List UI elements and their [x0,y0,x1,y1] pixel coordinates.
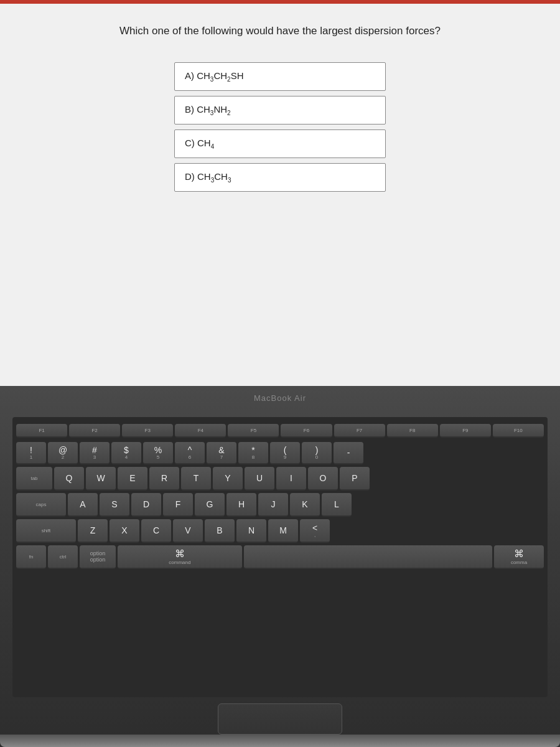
key-e[interactable]: E [118,467,147,491]
key-fn[interactable]: fn [16,545,46,569]
keyboard-area: F1 F2 F3 F4 F5 F6 F7 F8 F9 F10 !1 @2 #3 … [12,417,548,697]
key-r[interactable]: R [149,467,179,491]
key-w[interactable]: W [86,467,116,491]
key-f4[interactable]: F4 [175,424,226,438]
key-s[interactable]: S [100,493,129,517]
key-backtick[interactable]: !1 [16,442,46,464]
key-n[interactable]: N [236,519,266,543]
key-2[interactable]: @2 [48,442,78,464]
key-0[interactable]: )0 [302,442,332,464]
key-v[interactable]: V [173,519,203,543]
key-m[interactable]: M [268,519,298,543]
key-tab[interactable]: tab [16,467,52,491]
key-y[interactable]: Y [213,467,243,491]
option-b[interactable]: B) CH3NH2 [174,96,386,125]
key-shift-left[interactable]: shift [16,519,76,543]
key-f6[interactable]: F6 [281,424,332,438]
key-f1[interactable]: F1 [16,424,67,438]
key-t[interactable]: T [181,467,211,491]
asdf-row: caps A S D F G H J K L [16,493,544,517]
key-l[interactable]: L [322,493,352,517]
key-h[interactable]: H [226,493,256,517]
key-g[interactable]: G [195,493,225,517]
key-f2[interactable]: F2 [69,424,120,438]
key-5[interactable]: %5 [143,442,173,464]
question-text: Which one of the following would have th… [119,25,441,37]
red-bar [0,0,560,4]
key-f8[interactable]: F8 [387,424,438,438]
key-a[interactable]: A [68,493,98,517]
key-caps[interactable]: caps [16,493,66,517]
option-d[interactable]: D) CH3CH3 [174,163,386,192]
option-a[interactable]: A) CH3CH2SH [174,62,386,91]
key-c[interactable]: C [141,519,171,543]
key-8[interactable]: *8 [238,442,268,464]
key-f3[interactable]: F3 [122,424,173,438]
key-f9[interactable]: F9 [440,424,491,438]
key-f10[interactable]: F10 [493,424,544,438]
laptop-bottom-bar [0,735,560,747]
key-7[interactable]: &7 [207,442,236,464]
fn-key-row: F1 F2 F3 F4 F5 F6 F7 F8 F9 F10 [16,422,544,439]
key-3[interactable]: #3 [80,442,110,464]
key-o[interactable]: O [308,467,338,491]
key-command-right[interactable]: ⌘ comma [494,545,544,569]
key-4[interactable]: $4 [111,442,141,464]
key-command-left[interactable]: ⌘ command [118,545,242,569]
key-z[interactable]: Z [78,519,108,543]
num-key-row: !1 @2 #3 $4 %5 ^6 &7 *8 (9 )0 - [16,442,544,464]
key-b[interactable]: B [205,519,235,543]
qwerty-row: tab Q W E R T Y U I O P [16,467,544,491]
bottom-row: fn ctrl option option ⌘ command ⌘ comma [16,545,544,569]
laptop-screen: Which one of the following would have th… [0,0,560,386]
key-option[interactable]: option option [80,545,116,569]
key-p[interactable]: P [340,467,370,491]
key-x[interactable]: X [110,519,139,543]
trackpad[interactable] [218,703,342,735]
key-q[interactable]: Q [54,467,84,491]
key-k[interactable]: K [290,493,320,517]
key-6[interactable]: ^6 [175,442,205,464]
key-space[interactable] [244,545,492,569]
macbook-label: MacBook Air [254,393,306,403]
laptop-body: MacBook Air F1 F2 F3 F4 F5 F6 F7 F8 F9 F… [0,386,560,747]
answer-options: A) CH3CH2SH B) CH3NH2 C) CH4 D) CH3CH3 [174,62,386,192]
key-i[interactable]: I [276,467,306,491]
key-f7[interactable]: F7 [334,424,385,438]
key-d[interactable]: D [131,493,161,517]
key-j[interactable]: J [258,493,288,517]
option-c[interactable]: C) CH4 [174,129,386,158]
key-comma[interactable]: <, [300,519,330,543]
zxcv-row: shift Z X C V B N M <, [16,519,544,543]
key-f[interactable]: F [163,493,193,517]
key-f5[interactable]: F5 [228,424,279,438]
key-u[interactable]: U [245,467,274,491]
key-control[interactable]: ctrl [48,545,78,569]
key-9[interactable]: (9 [270,442,300,464]
key-minus[interactable]: - [334,442,363,464]
